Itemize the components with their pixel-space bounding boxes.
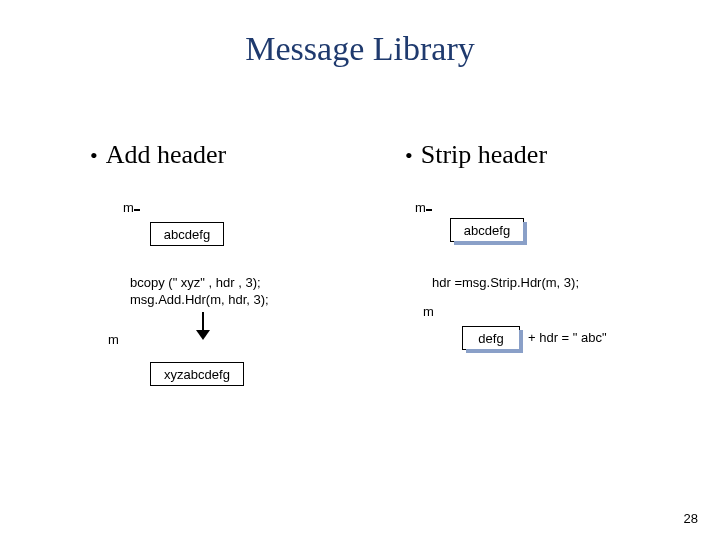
bullet-strip-header: •Strip header [405,140,547,170]
slide-title: Message Library [0,30,720,68]
bullet-text-right: Strip header [421,140,547,169]
box-left-before: abcdefg [150,222,224,246]
label-m-left-2: m [108,332,119,347]
bullet-dot: • [90,143,106,168]
box-right-after: defg [462,326,520,350]
bullet-dot-right: • [405,143,421,168]
arrow-left [196,312,210,340]
code-left: bcopy (" xyz" , hdr , 3); msg.Add.Hdr(m,… [130,275,269,309]
bullet-add-header: •Add header [90,140,226,170]
box-left-after: xyzabcdefg [150,362,244,386]
code-right: hdr =msg.Strip.Hdr(m, 3); [432,275,579,292]
pointer-left-1 [134,203,148,217]
pointer-right-1 [426,203,440,217]
page-number: 28 [684,511,698,526]
label-m-right-2: m [423,304,434,319]
bullet-text-left: Add header [106,140,227,169]
slide: Message Library •Add header m abcdefg bc… [0,0,720,540]
label-m-left-1: m [123,200,134,215]
result-text: + hdr = " abc" [528,330,607,345]
label-m-right-1: m [415,200,426,215]
box-right-before: abcdefg [450,218,524,242]
